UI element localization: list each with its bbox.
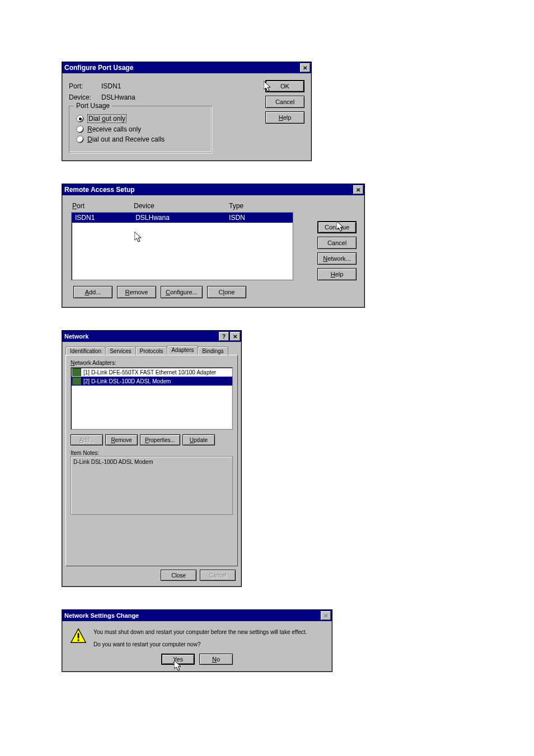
item-notes-text: D-Link DSL-100D ADSL Modem: [73, 459, 153, 465]
titlebar: Configure Port Usage ✕: [62, 62, 311, 73]
list-item[interactable]: [2] D-Link DSL-100D ADSL Modem: [71, 377, 232, 386]
device-label: Device:: [69, 93, 101, 101]
list-header: Port Device Type: [68, 200, 359, 212]
list-item[interactable]: ISDN1 DSLHwana ISDN: [72, 213, 293, 223]
dialog-title: Configure Port Usage: [64, 64, 299, 72]
no-button[interactable]: No: [199, 654, 233, 665]
list-item[interactable]: [1] D-Link DFE-550TX FAST Ethernet 10/10…: [71, 368, 232, 377]
adapter-icon: [72, 368, 81, 376]
close-icon[interactable]: ✕: [321, 611, 331, 620]
radio-icon: [76, 135, 84, 143]
dialog-title: Network: [64, 333, 218, 340]
network-dialog: Network ? ✕ Identification Services Prot…: [62, 330, 242, 587]
remote-access-setup-dialog: Remote Access Setup ✕ Port Device Type I…: [62, 184, 365, 308]
titlebar: Network Settings Change ✕: [62, 610, 332, 621]
dialog-title: Remote Access Setup: [64, 186, 352, 194]
cancel-button[interactable]: Cancel: [200, 570, 236, 581]
close-icon[interactable]: ✕: [300, 63, 310, 72]
svg-rect-5: [78, 640, 79, 641]
add-button[interactable]: Add...: [73, 286, 113, 298]
tab-adapters[interactable]: Adapters: [167, 345, 198, 355]
message-text: You must shut down and restart your comp…: [93, 628, 307, 649]
message-line1: You must shut down and restart your comp…: [93, 628, 307, 637]
titlebar: Remote Access Setup ✕: [62, 184, 364, 195]
adapter-text: [1] D-Link DFE-550TX FAST Ethernet 10/10…: [83, 369, 216, 375]
port-usage-group: Port Usage Dial out only Receive calls o…: [69, 106, 212, 153]
radio-dial-out-and-receive[interactable]: Dial out and Receive calls: [76, 135, 205, 143]
tabs: Identification Services Protocols Adapte…: [65, 345, 238, 355]
cancel-button[interactable]: Cancel: [265, 96, 305, 108]
yes-button[interactable]: Yes: [161, 654, 195, 665]
update-button[interactable]: Update: [182, 434, 215, 445]
cell-type: ISDN: [226, 213, 293, 223]
clone-button[interactable]: Clone: [207, 286, 246, 298]
port-usage-legend: Port Usage: [74, 102, 112, 110]
svg-rect-4: [78, 633, 79, 638]
configure-port-usage-dialog: Configure Port Usage ✕ Port: ISDN1 Devic…: [62, 62, 312, 161]
close-icon[interactable]: ✕: [353, 185, 363, 194]
cancel-button[interactable]: Cancel: [317, 237, 357, 249]
dialog-title: Network Settings Change: [64, 612, 320, 619]
close-button[interactable]: Close: [161, 570, 196, 581]
adapter-icon: [72, 377, 81, 385]
continue-button[interactable]: Continue: [317, 221, 357, 233]
help-button[interactable]: Help: [317, 268, 357, 280]
adapters-panel: Network Adapters: [1] D-Link DFE-550TX F…: [65, 355, 238, 566]
item-notes-box: D-Link DSL-100D ADSL Modem: [71, 456, 233, 515]
radio-icon: [76, 115, 84, 123]
item-notes-label: Item Notes:: [71, 450, 233, 456]
col-device: Device: [134, 202, 229, 210]
adapters-label: Network Adapters:: [71, 360, 233, 366]
device-value: DSLHwana: [101, 93, 135, 101]
network-button[interactable]: Network...: [317, 252, 357, 265]
configure-button[interactable]: Configure...: [161, 286, 203, 298]
help-icon[interactable]: ?: [219, 332, 229, 341]
port-value: ISDN1: [101, 82, 121, 90]
radio-label: Receive calls only: [87, 125, 141, 133]
adapter-text: [2] D-Link DSL-100D ADSL Modem: [83, 378, 171, 384]
help-button[interactable]: Help: [265, 111, 305, 124]
radio-icon: [76, 125, 84, 133]
add-button[interactable]: Add...: [71, 434, 103, 445]
network-settings-change-dialog: Network Settings Change ✕ You must shut …: [62, 609, 332, 672]
message-line2: Do you want to restart your computer now…: [93, 640, 307, 649]
remove-button[interactable]: Remove: [117, 286, 156, 298]
titlebar: Network ? ✕: [62, 331, 241, 342]
remove-button[interactable]: Remove: [105, 434, 138, 445]
ok-button[interactable]: OK: [265, 80, 305, 92]
properties-button[interactable]: Properties...: [140, 434, 180, 445]
radio-label: Dial out only: [88, 115, 125, 123]
ports-list[interactable]: ISDN1 DSLHwana ISDN: [71, 212, 293, 280]
col-type: Type: [229, 202, 296, 210]
cell-device: DSLHwana: [132, 213, 226, 223]
radio-label: Dial out and Receive calls: [87, 135, 165, 143]
cell-port: ISDN1: [72, 213, 132, 223]
close-icon[interactable]: ✕: [230, 332, 240, 341]
radio-receive-calls-only[interactable]: Receive calls only: [76, 125, 205, 133]
adapters-list[interactable]: [1] D-Link DFE-550TX FAST Ethernet 10/10…: [71, 367, 233, 430]
warning-icon: [70, 628, 87, 645]
port-label: Port:: [69, 82, 101, 90]
radio-dial-out-only[interactable]: Dial out only: [76, 114, 205, 123]
